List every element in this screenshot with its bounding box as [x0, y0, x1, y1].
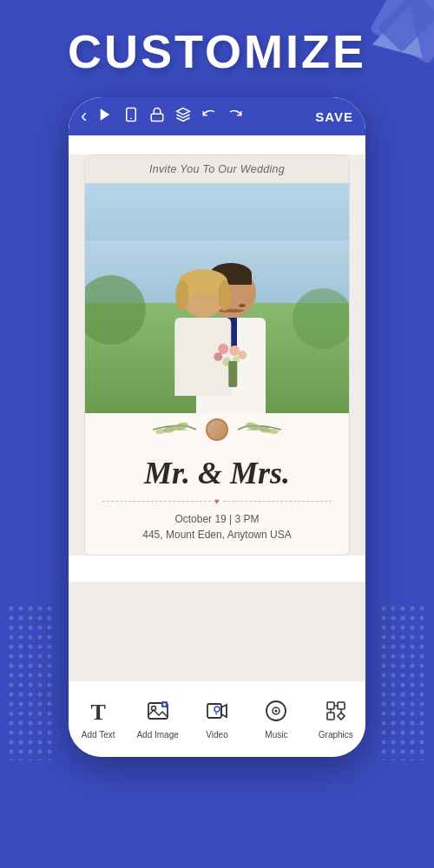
- dots-pattern-left: [7, 604, 55, 764]
- svg-rect-27: [338, 702, 345, 709]
- card-separator: [85, 413, 349, 446]
- bride-figure: [174, 276, 231, 396]
- nav-item-add-image[interactable]: Add Image: [128, 700, 187, 740]
- video-label: Video: [206, 730, 227, 740]
- svg-point-21: [214, 707, 220, 712]
- svg-point-25: [275, 709, 278, 712]
- card-photo: [85, 183, 349, 413]
- mr-mrs-text: Mr. & Mrs.: [102, 455, 332, 491]
- nav-item-music[interactable]: Music: [247, 700, 306, 740]
- save-button[interactable]: SAVE: [315, 109, 353, 124]
- invitation-card: Invite You To Our Wedding: [84, 155, 350, 556]
- add-image-icon: [147, 700, 169, 726]
- graphics-label: Graphics: [319, 730, 353, 740]
- redo-button[interactable]: [227, 107, 243, 126]
- toolbar: ‹: [69, 97, 365, 135]
- svg-rect-26: [327, 702, 334, 709]
- bouquet: [214, 344, 253, 387]
- svg-marker-4: [101, 108, 110, 121]
- nav-item-graphics[interactable]: Graphics: [306, 700, 365, 740]
- bottom-nav: T Add Text Add Image: [69, 681, 365, 757]
- date-text: October 19 | 3 PM: [102, 513, 332, 525]
- music-label: Music: [265, 730, 287, 740]
- music-icon: [265, 700, 287, 726]
- device-button[interactable]: [123, 107, 139, 126]
- add-image-label: Add Image: [136, 730, 178, 740]
- lock-button[interactable]: [149, 107, 165, 126]
- video-icon: [206, 700, 228, 726]
- preview-button[interactable]: [97, 107, 113, 126]
- svg-rect-1: [7, 604, 55, 760]
- svg-rect-3: [379, 604, 427, 760]
- card-header: Invite You To Our Wedding: [85, 155, 349, 183]
- nav-item-video[interactable]: Video: [187, 700, 247, 740]
- graphics-icon: [325, 700, 347, 726]
- heart-icon: ♥: [214, 496, 220, 506]
- svg-rect-28: [327, 713, 334, 720]
- dotted-divider: ♥: [102, 496, 332, 506]
- layers-button[interactable]: [175, 107, 191, 126]
- svg-line-22: [215, 713, 217, 714]
- medal-ornament: [206, 418, 228, 441]
- svg-marker-8: [177, 108, 190, 115]
- back-button[interactable]: ‹: [81, 107, 87, 126]
- add-text-icon: T: [91, 700, 106, 726]
- address-text: 445, Mount Eden, Anytown USA: [102, 529, 332, 541]
- page-title: CUSTOMIZE: [0, 24, 434, 78]
- dots-pattern-right: [379, 604, 427, 764]
- svg-rect-7: [152, 114, 164, 121]
- undo-button[interactable]: [201, 107, 217, 126]
- card-body: Mr. & Mrs. ♥ October 19 | 3 PM 445, Moun…: [85, 446, 349, 555]
- phone-frame: ‹: [69, 97, 365, 757]
- add-text-label: Add Text: [82, 730, 115, 740]
- nav-item-add-text[interactable]: T Add Text: [69, 700, 128, 740]
